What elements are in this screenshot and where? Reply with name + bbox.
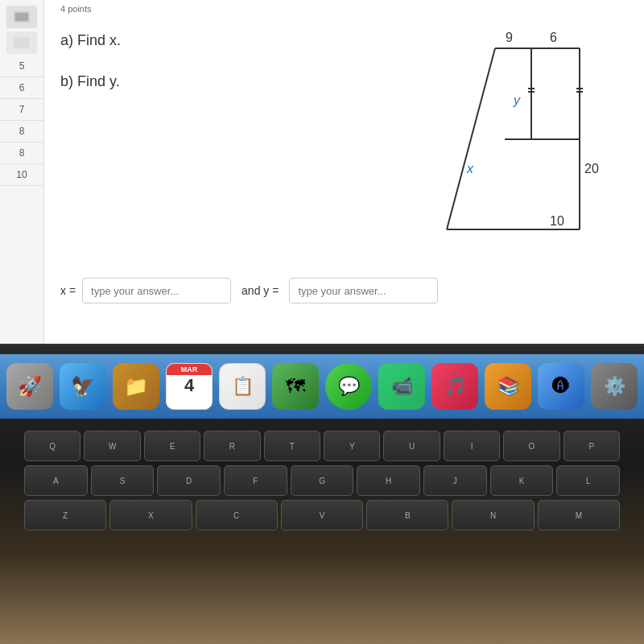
- key-i[interactable]: I: [444, 431, 500, 461]
- dock-item-books[interactable]: 📚: [485, 363, 531, 410]
- key-o[interactable]: O: [503, 431, 559, 461]
- geometry-diagram: 9 6 y x 20 10: [419, 24, 604, 250]
- dock-item-facetime[interactable]: 📹: [378, 363, 425, 410]
- key-row-2: A S D F G H J K L: [24, 465, 620, 496]
- dock-item-appstore[interactable]: 🅐: [538, 363, 584, 410]
- dock-bar: 🎙 🚀 🦅 📁 MAR 4 📋 🗺: [0, 354, 644, 419]
- sidebar: 5 6 7 8 8 10: [0, 0, 44, 344]
- key-w[interactable]: W: [84, 431, 140, 461]
- geometry-svg: 9 6 y x 20 10: [419, 24, 604, 250]
- dock-item-finder[interactable]: 🦅: [60, 363, 106, 410]
- key-r[interactable]: R: [204, 431, 260, 461]
- svg-rect-2: [14, 37, 30, 48]
- dock-item-music[interactable]: 🎵: [431, 363, 478, 410]
- points-badge: 4 points: [60, 4, 92, 14]
- screen-content: 5 6 7 8 8 10 4 points a) Find x. b) Find…: [0, 0, 644, 344]
- label-x: x: [466, 162, 474, 175]
- x-equals-label: x =: [60, 284, 76, 297]
- sidebar-num-6[interactable]: 6: [0, 77, 43, 99]
- laptop-screen: 5 6 7 8 8 10 4 points a) Find x. b) Find…: [0, 0, 644, 346]
- sidebar-icon-2: [6, 31, 37, 54]
- sidebar-num-8b[interactable]: 8: [0, 142, 43, 164]
- dock-item-reminders[interactable]: 📋: [219, 363, 266, 410]
- key-l[interactable]: L: [556, 465, 620, 496]
- key-p[interactable]: P: [564, 431, 620, 461]
- dock-item-notes[interactable]: 📁: [113, 363, 159, 410]
- key-e[interactable]: E: [144, 431, 200, 461]
- key-z[interactable]: Z: [24, 500, 106, 530]
- key-b[interactable]: B: [366, 500, 448, 530]
- label-20: 20: [584, 162, 599, 175]
- key-n[interactable]: N: [452, 500, 534, 530]
- key-m[interactable]: M: [538, 500, 620, 530]
- x-answer-input[interactable]: [82, 278, 231, 303]
- sidebar-num-10[interactable]: 10: [0, 164, 43, 186]
- sidebar-top-icon: [6, 6, 37, 28]
- key-d[interactable]: D: [157, 465, 221, 496]
- key-c[interactable]: C: [196, 500, 278, 530]
- dock-item-launchpad[interactable]: 🚀: [6, 363, 53, 410]
- and-label: and y =: [242, 284, 279, 297]
- key-t[interactable]: T: [264, 431, 320, 461]
- key-v[interactable]: V: [281, 500, 363, 530]
- key-k[interactable]: K: [490, 465, 554, 496]
- label-9: 9: [506, 31, 513, 44]
- key-row-3: Z X C V B N M: [24, 500, 620, 530]
- main-content: 4 points a) Find x. b) Find y.: [44, 0, 644, 344]
- key-x[interactable]: X: [109, 500, 192, 530]
- key-j[interactable]: J: [423, 465, 487, 496]
- y-answer-input[interactable]: [289, 278, 438, 303]
- calendar-month: MAR: [167, 364, 212, 375]
- dock-item-maps[interactable]: 🗺: [272, 363, 319, 410]
- label-6: 6: [550, 31, 557, 44]
- key-row-1: Q W E R T Y U I O P: [24, 431, 620, 461]
- dock-item-messages[interactable]: 💬: [325, 363, 372, 410]
- label-10: 10: [550, 214, 564, 228]
- key-s[interactable]: S: [91, 465, 155, 496]
- keyboard-area: 🎙 🚀 🦅 📁 MAR 4 📋 🗺: [0, 346, 644, 644]
- calendar-date: 4: [184, 375, 194, 396]
- keyboard: Q W E R T Y U I O P A S D F G H J K L Z …: [24, 431, 620, 592]
- key-y[interactable]: Y: [324, 431, 380, 461]
- key-u[interactable]: U: [383, 431, 440, 461]
- sidebar-num-8a[interactable]: 8: [0, 121, 43, 142]
- key-a[interactable]: A: [24, 465, 88, 496]
- key-q[interactable]: Q: [24, 431, 80, 461]
- svg-rect-1: [15, 13, 28, 21]
- answer-row: x = and y =: [60, 278, 438, 303]
- dock-item-settings[interactable]: ⚙️: [591, 363, 638, 410]
- label-y: y: [513, 93, 521, 107]
- key-g[interactable]: G: [291, 465, 354, 496]
- svg-line-3: [447, 48, 495, 229]
- dock-item-calendar[interactable]: MAR 4: [166, 363, 213, 410]
- sidebar-num-7[interactable]: 7: [0, 99, 43, 121]
- key-f[interactable]: F: [224, 465, 287, 496]
- key-h[interactable]: H: [357, 465, 420, 496]
- sidebar-num-5[interactable]: 5: [0, 56, 43, 77]
